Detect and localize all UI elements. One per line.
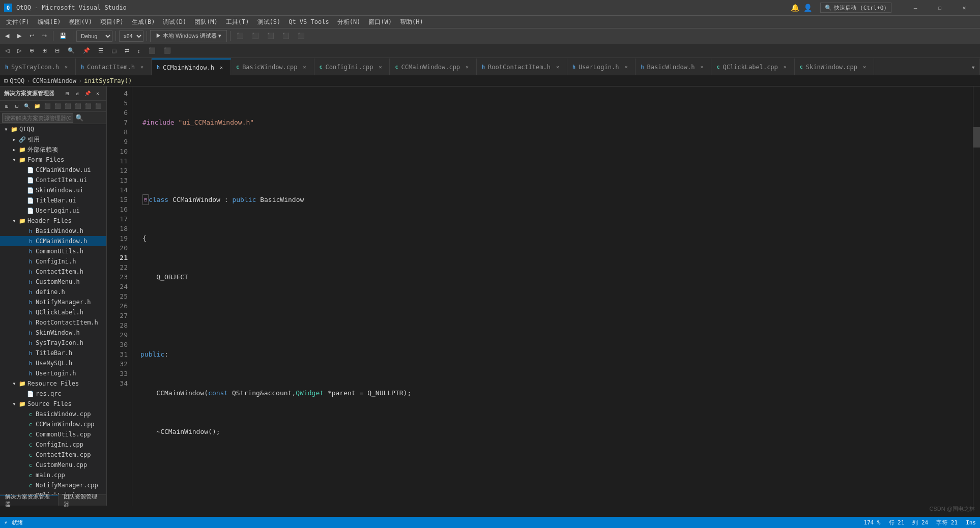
se-btn-6[interactable]: ⬛ — [53, 102, 62, 111]
menu-debug[interactable]: 调试(D) — [159, 16, 190, 28]
notification-icon[interactable]: 🔔 — [791, 4, 799, 12]
se-tab-team[interactable]: 团队资源管理器 — [59, 495, 106, 506]
tree-item-res-qrc[interactable]: 📄 res.qrc — [0, 389, 106, 399]
tab-basicwindow-cpp[interactable]: c BasicWindow.cpp ✕ — [231, 58, 314, 75]
se-btn-7[interactable]: ⬛ — [63, 102, 72, 111]
tab-close[interactable]: ✕ — [622, 63, 630, 71]
tab-close[interactable]: ✕ — [138, 63, 146, 71]
tab-userlogin-h[interactable]: h UserLogin.h ✕ — [567, 58, 636, 75]
tree-item-main-cpp[interactable]: c main.cpp — [0, 470, 106, 480]
tree-item-configini-cpp[interactable]: c ConfigIni.cpp — [0, 439, 106, 450]
tab-configini-cpp[interactable]: c ConfigIni.cpp ✕ — [314, 58, 390, 75]
menu-team[interactable]: 团队(M) — [190, 16, 222, 28]
menu-file[interactable]: 文件(F) — [2, 16, 34, 28]
tab-close[interactable]: ✕ — [62, 63, 70, 71]
forward-button[interactable]: ▶ — [14, 30, 24, 42]
se-btn-3[interactable]: 🔍 — [22, 102, 32, 111]
redo-button[interactable]: ↪ — [39, 30, 50, 42]
menu-project[interactable]: 项目(P) — [96, 16, 128, 28]
se-btn-9[interactable]: ⬛ — [83, 102, 93, 111]
tree-item-basicwindow-h[interactable]: h BasicWindow.h — [0, 226, 106, 236]
minimize-button[interactable]: — — [904, 0, 927, 15]
tab-rootcontactitem-h[interactable]: h RootContactItem.h ✕ — [477, 58, 567, 75]
tree-item-notifymanager-h[interactable]: h NotifyManager.h — [0, 297, 106, 307]
tab-close[interactable]: ✕ — [698, 63, 706, 71]
tree-item-rootcontactitem-h[interactable]: h RootContactItem.h — [0, 317, 106, 328]
toolbar-ext-btn4[interactable]: ⬛ — [279, 30, 293, 42]
search-input[interactable] — [2, 113, 73, 123]
toolbar2-btn5[interactable]: ⊟ — [52, 45, 63, 57]
toolbar2-btn13[interactable]: ⬛ — [161, 45, 174, 57]
user-icon[interactable]: 👤 — [803, 4, 812, 12]
tree-root[interactable]: ▼ 📁 QtQQ — [0, 124, 106, 134]
tree-item-commonutils-h[interactable]: h CommonUtils.h — [0, 246, 106, 256]
se-btn-5[interactable]: ⬛ — [43, 102, 52, 111]
se-btn-4[interactable]: 📁 — [33, 102, 42, 111]
se-close[interactable]: ✕ — [93, 89, 102, 98]
breadcrumb-item-root[interactable]: QtQQ — [10, 77, 24, 84]
tree-item-configini-h[interactable]: h ConfigIni.h — [0, 256, 106, 267]
tree-item-usemysql-h[interactable]: h UseMySQL.h — [0, 358, 106, 368]
toolbar2-btn1[interactable]: ◁ — [2, 45, 12, 57]
tree-item-define-h[interactable]: h define.h — [0, 287, 106, 297]
tree-item-contactitem-cpp[interactable]: c ContactItem.cpp — [0, 450, 106, 460]
tab-systrayicon-h[interactable]: h SysTrayIcon.h ✕ — [0, 58, 76, 75]
collapse-btn[interactable]: ⊟ — [142, 194, 149, 205]
tab-skinwindow-cpp[interactable]: c SkinWindow.cpp ✕ — [795, 58, 874, 75]
tree-item-source-files[interactable]: ▼ 📁 Source Files — [0, 399, 106, 409]
status-zoom[interactable]: 174 % — [863, 519, 880, 526]
tab-close[interactable]: ✕ — [376, 63, 384, 71]
se-pin[interactable]: 📌 — [83, 89, 92, 98]
tree-item-notifymanager-cpp[interactable]: c NotifyManager.cpp — [0, 480, 106, 490]
tree-item-header-files[interactable]: ▼ 📁 Header Files — [0, 216, 106, 226]
tab-close[interactable]: ✕ — [554, 63, 562, 71]
breadcrumb-item-class[interactable]: CCMainWindow — [32, 77, 76, 84]
tab-close[interactable]: ✕ — [301, 63, 309, 71]
close-button[interactable]: ✕ — [953, 0, 976, 15]
menu-qtvstools[interactable]: Qt VS Tools — [284, 16, 333, 28]
back-button[interactable]: ◀ — [2, 30, 12, 42]
tree-item-contactitem-h[interactable]: h ContactItem.h — [0, 267, 106, 277]
se-btn-1[interactable]: ⊞ — [2, 102, 11, 111]
toolbar2-btn6[interactable]: 🔍 — [65, 45, 78, 57]
se-btn-8[interactable]: ⬛ — [73, 102, 82, 111]
tree-item-custommenu-h[interactable]: h CustomMenu.h — [0, 277, 106, 287]
se-refresh[interactable]: ↺ — [73, 89, 82, 98]
se-collapse-all[interactable]: ⊟ — [63, 89, 72, 98]
tab-overflow[interactable]: ▾ — [967, 58, 980, 75]
quick-launch[interactable]: 🔍 快速启动 (Ctrl+Q) — [820, 3, 891, 13]
menu-test[interactable]: 测试(S) — [253, 16, 285, 28]
menu-build[interactable]: 生成(B) — [128, 16, 159, 28]
maximize-button[interactable]: ☐ — [928, 0, 952, 15]
tab-close[interactable]: ✕ — [860, 63, 869, 71]
tab-close[interactable]: ✕ — [781, 63, 789, 71]
tree-item-ccmainwindow-cpp[interactable]: c CCMainWindow.cpp — [0, 419, 106, 429]
tab-qclicklabel-cpp[interactable]: c QClickLabel.cpp ✕ — [711, 58, 794, 75]
toolbar-ext-btn3[interactable]: ⬛ — [264, 30, 277, 42]
tree-item-skinwindow-ui[interactable]: 📄 SkinWindow.ui — [0, 185, 106, 195]
right-scrollbar[interactable] — [973, 86, 980, 506]
tree-item-refs[interactable]: ▶ 🔗 引用 — [0, 134, 106, 144]
tree-item-basicwindow-cpp[interactable]: c BasicWindow.cpp — [0, 409, 106, 419]
tree-item-ccmainwindow-h[interactable]: h CCMainWindow.h — [0, 236, 106, 246]
tab-ccmainwindow-cpp[interactable]: c CCMainWindow.cpp ✕ — [390, 58, 477, 75]
tree-item-resource-files[interactable]: ▼ 📁 Resource Files — [0, 378, 106, 389]
platform-dropdown[interactable]: x64 x86 — [119, 31, 143, 42]
tab-ccmainwindow-h[interactable]: h CCMainWindow.h ✕ — [152, 58, 231, 75]
toolbar2-btn10[interactable]: ⇄ — [122, 45, 132, 57]
toolbar2-btn8[interactable]: ☰ — [95, 45, 106, 57]
se-btn-2[interactable]: ⊟ — [12, 102, 21, 111]
run-button[interactable]: ▶ 本地 Windows 调试器 ▾ — [150, 30, 227, 42]
tree-item-contactitem-ui[interactable]: 📄 ContactItem.ui — [0, 175, 106, 185]
tree-item-commonutils-cpp[interactable]: c CommonUtils.cpp — [0, 429, 106, 439]
se-tab-solution[interactable]: 解决方案资源管理器 — [0, 495, 59, 506]
tree-item-userlogin-h[interactable]: h UserLogin.h — [0, 368, 106, 378]
tab-contactitem-h[interactable]: h ContactItem.h ✕ — [76, 58, 152, 75]
tree-item-titlebar-h[interactable]: h TitleBar.h — [0, 348, 106, 358]
breadcrumb-item-method[interactable]: initSysTray() — [84, 77, 132, 84]
tree-item-skinwindow-h[interactable]: h SkinWindow.h — [0, 328, 106, 338]
tree-item-qclicklabel-h[interactable]: h QClickLabel.h — [0, 307, 106, 317]
scrollbar-thumb[interactable] — [973, 127, 980, 148]
toolbar-ext-btn5[interactable]: ⬛ — [295, 30, 308, 42]
toolbar2-btn7[interactable]: 📌 — [80, 45, 93, 57]
